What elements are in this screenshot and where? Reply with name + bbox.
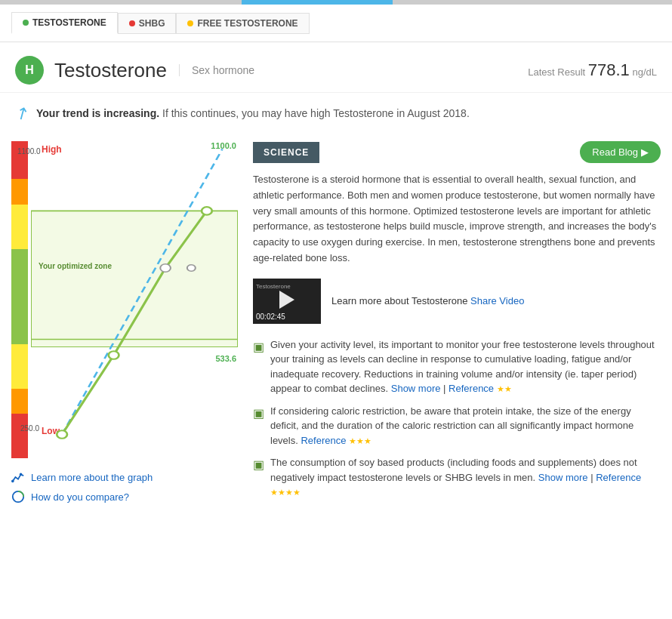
chart-svg-area: High Low 1100.0 533.6 1100.0 250.0 Your … [31, 141, 238, 458]
bullet-2-stars: ★★★ [349, 436, 371, 445]
top-bar [0, 0, 672, 5]
header-icon: H [15, 56, 44, 85]
video-thumbnail[interactable]: Testosterone 00:02:45 [253, 279, 321, 324]
bullet-3-stars: ★★★★ [270, 488, 301, 497]
bullet-text-2: If considering caloric restriction, be a… [270, 404, 661, 448]
result-unit: ng/dL [632, 66, 657, 78]
bullet-item-2: ▣ If considering caloric restriction, be… [253, 404, 661, 448]
svg-point-4 [109, 351, 119, 359]
bar-green [11, 249, 28, 344]
chart-svg [31, 141, 238, 458]
bullet-item-3: ▣ The consumption of soy based products … [253, 455, 661, 500]
tab-testosterone[interactable]: TESTOSTERONE [11, 12, 118, 34]
compare-label: How do you compare? [31, 491, 129, 503]
bullet-1-reference[interactable]: Reference [449, 383, 494, 394]
svg-line-2 [62, 149, 222, 435]
video-time: 00:02:45 [256, 313, 285, 321]
science-header: SCIENCE Read Blog ▶ [253, 141, 661, 163]
result-value: 778.1 [588, 60, 630, 79]
tab-shbg[interactable]: SHBG [118, 13, 177, 34]
svg-point-7 [202, 207, 212, 215]
bullet-list: ▣ Given your activity level, its importa… [253, 337, 661, 500]
bullet-icon-2: ▣ [253, 405, 264, 423]
video-play-icon [279, 291, 294, 309]
bullet-3-show-more[interactable]: Show more [538, 472, 588, 483]
video-learn-text: Learn more about Testosterone [331, 295, 467, 306]
top-bar-progress [242, 0, 393, 5]
bullet-1-show-more[interactable]: Show more [391, 383, 441, 394]
svg-point-5 [160, 264, 171, 273]
trend-bar: ↗ Your trend is increasing. If this cont… [0, 93, 672, 134]
bullet-text-1: Given your activity level, its important… [270, 337, 661, 396]
video-section: Testosterone 00:02:45 Learn more about T… [253, 279, 661, 324]
bar-orange-bottom [11, 389, 28, 414]
graph-icon [11, 470, 25, 484]
tab-dot-testosterone [23, 20, 29, 26]
tabs-bar: TESTOSTERONE SHBG FREE TESTOSTERONE [0, 5, 672, 42]
bullet-icon-3: ▣ [253, 456, 264, 474]
bar-red-bottom [11, 414, 28, 458]
learn-graph-label: Learn more about the graph [31, 472, 153, 483]
video-share-label: Share Video [470, 295, 524, 306]
bullet-2-reference[interactable]: Reference [301, 435, 346, 446]
video-info: Learn more about Testosterone Share Vide… [331, 295, 524, 306]
header-subtitle: Sex hormone [179, 64, 254, 76]
trend-bold: Your trend is increasing. [36, 107, 159, 119]
compare-icon [11, 490, 25, 504]
tab-free-testosterone[interactable]: FREE TESTOSTERONE [176, 13, 309, 34]
bar-yellow-bottom [11, 344, 28, 389]
latest-result-label: Latest Result [528, 66, 585, 78]
chart-area: High Low 1100.0 533.6 1100.0 250.0 Your … [11, 141, 238, 510]
trend-text: Your trend is increasing. If this contin… [36, 107, 470, 119]
read-blog-arrow-icon: ▶ [641, 146, 649, 158]
bullet-text-3: The consumption of soy based products (i… [270, 455, 661, 500]
bullet-1-stars: ★★ [497, 384, 512, 393]
tab-label-testosterone: TESTOSTERONE [32, 17, 106, 28]
tab-dot-shbg [129, 20, 135, 26]
svg-point-3 [57, 430, 67, 439]
bullet-item-1: ▣ Given your activity level, its importa… [253, 337, 661, 396]
tab-label-shbg: SHBG [139, 18, 165, 29]
bar-yellow-top [11, 205, 28, 249]
bar-orange-top [11, 179, 28, 205]
header-row: H Testosterone Sex hormone Latest Result… [0, 42, 672, 93]
trend-arrow-icon: ↗ [11, 101, 33, 125]
bullet-icon-1: ▣ [253, 338, 264, 356]
chart-links: Learn more about the graph How do you co… [11, 470, 238, 504]
read-blog-button[interactable]: Read Blog ▶ [580, 141, 661, 163]
science-button[interactable]: SCIENCE [253, 142, 319, 163]
learn-graph-link[interactable]: Learn more about the graph [11, 470, 238, 484]
svg-point-9 [20, 473, 23, 476]
bullet-3-reference[interactable]: Reference [596, 472, 641, 483]
trend-rest: If this continues, you may have high Tes… [159, 107, 470, 119]
header-result: Latest Result 778.1 ng/dL [528, 60, 657, 80]
svg-point-8 [11, 480, 14, 483]
main-content: High Low 1100.0 533.6 1100.0 250.0 Your … [0, 134, 672, 525]
tab-label-free-testosterone: FREE TESTOSTERONE [197, 18, 297, 29]
video-share-link[interactable]: Share Video [470, 295, 524, 306]
science-description: Testosterone is a steroid hormone that i… [253, 172, 661, 266]
chart-wrapper: High Low 1100.0 533.6 1100.0 250.0 Your … [11, 141, 238, 458]
read-blog-label: Read Blog [592, 146, 638, 158]
tab-dot-free-testosterone [187, 20, 193, 26]
right-panel: SCIENCE Read Blog ▶ Testosterone is a st… [253, 141, 661, 510]
compare-link[interactable]: How do you compare? [11, 490, 238, 504]
video-title-overlay: Testosterone [256, 283, 291, 290]
svg-point-6 [187, 265, 196, 271]
page-title: Testosterone [54, 59, 167, 82]
color-bar [11, 141, 28, 458]
